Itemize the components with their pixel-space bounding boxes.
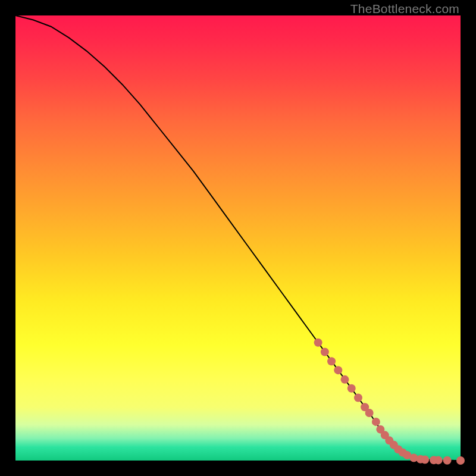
outer-frame: TheBottleneck.com: [0, 0, 476, 476]
data-marker: [321, 347, 329, 356]
markers-group: [314, 339, 465, 465]
data-marker: [421, 456, 429, 464]
data-marker: [327, 357, 336, 365]
data-marker: [456, 456, 465, 465]
chart-svg: [15, 15, 461, 461]
curve-line: [15, 15, 461, 461]
data-marker: [334, 366, 342, 374]
data-marker: [314, 339, 322, 347]
data-marker: [443, 456, 452, 465]
watermark-text: TheBottleneck.com: [350, 2, 459, 16]
data-marker: [347, 384, 356, 393]
data-marker: [434, 456, 443, 464]
data-marker: [365, 409, 374, 417]
data-marker: [372, 418, 380, 426]
data-marker: [354, 394, 362, 402]
data-marker: [341, 375, 349, 384]
